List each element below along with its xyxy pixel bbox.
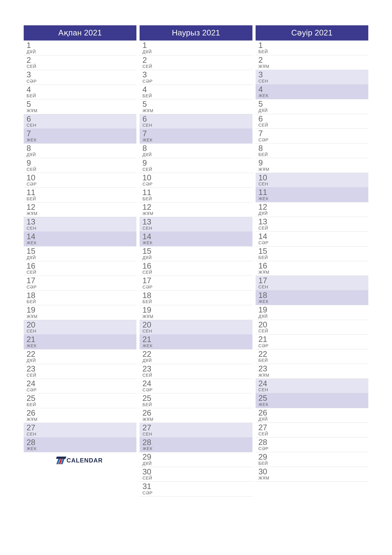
day-cell: 19ДҰЙ: [256, 305, 368, 320]
day-weekday: СӘР: [258, 343, 368, 348]
day-number: 20: [258, 321, 368, 329]
day-number: 20: [27, 321, 136, 329]
month-column: Ақпан 20211ДҰЙ2СЕЙ3СӘР4БЕЙ5ЖҰМ6СЕН7ЖЕК8Д…: [24, 25, 136, 497]
day-cell: 26ЖҰМ: [24, 408, 136, 423]
day-cell: 19ЖҰМ: [24, 305, 136, 320]
day-cell: 22БЕЙ: [256, 349, 368, 364]
day-number: 12: [27, 203, 136, 211]
day-number: 9: [143, 159, 252, 167]
day-weekday: ЖҰМ: [27, 314, 136, 319]
day-weekday: СӘР: [143, 285, 252, 290]
day-number: 13: [258, 218, 368, 226]
day-number: 28: [27, 438, 136, 447]
day-cell: 24СӘР: [24, 379, 136, 394]
day-weekday: СӘР: [143, 182, 252, 187]
day-weekday: СЕН: [143, 123, 252, 128]
day-cell: 10СӘР: [140, 173, 252, 188]
day-weekday: ДҰЙ: [143, 49, 252, 54]
day-weekday: БЕЙ: [27, 299, 136, 304]
day-cell: 22ДҰЙ: [24, 349, 136, 364]
day-weekday: ЖҰМ: [27, 417, 136, 422]
day-number: 1: [143, 41, 252, 50]
day-number: 14: [143, 232, 252, 241]
day-weekday: ЖЕК: [258, 93, 368, 98]
day-weekday: СӘР: [27, 79, 136, 84]
day-cell: 2СЕЙ: [24, 55, 136, 70]
day-weekday: СЕН: [258, 285, 368, 290]
day-cell: 9ЖҰМ: [256, 158, 368, 173]
day-weekday: ДҰЙ: [143, 152, 252, 157]
day-number: 10: [27, 174, 136, 182]
day-number: 21: [27, 335, 136, 344]
day-cell: 4БЕЙ: [140, 85, 252, 100]
day-number: 10: [258, 174, 368, 182]
day-weekday: СЕЙ: [143, 373, 252, 378]
day-number: 3: [27, 71, 136, 79]
day-cell: 13СЕН: [24, 217, 136, 232]
day-cell: 21СӘР: [256, 335, 368, 349]
day-weekday: СЕЙ: [143, 270, 252, 275]
day-cell: 14ЖЕК: [140, 232, 252, 247]
day-weekday: СЕН: [27, 431, 136, 437]
logo-text: CALENDAR: [67, 457, 103, 464]
day-weekday: СӘР: [143, 490, 252, 496]
day-cell: 18ЖЕК: [256, 291, 368, 305]
day-cell: 5ЖҰМ: [24, 99, 136, 114]
day-weekday: СЕЙ: [27, 373, 136, 378]
day-cell: 17СЕН: [256, 276, 368, 291]
day-number: 11: [258, 188, 368, 197]
day-cell: 27СЕЙ: [256, 423, 368, 438]
day-weekday: ЖЕК: [258, 402, 368, 407]
day-weekday: ДҰЙ: [27, 358, 136, 363]
day-weekday: СЕЙ: [143, 475, 252, 481]
day-number: 4: [27, 85, 136, 94]
day-cell: 11ЖЕК: [256, 188, 368, 202]
day-number: 25: [258, 394, 368, 402]
day-weekday: СӘР: [258, 240, 368, 245]
day-weekday: ЖҰМ: [258, 64, 368, 69]
day-cell: 18БЕЙ: [140, 291, 252, 305]
day-weekday: ЖЕК: [27, 240, 136, 245]
day-weekday: ДҰЙ: [258, 416, 368, 422]
day-number: 22: [27, 350, 136, 358]
day-cell: 1ДҰЙ: [140, 41, 252, 55]
day-number: 31: [143, 482, 252, 491]
day-weekday: БЕЙ: [143, 299, 252, 304]
day-cell: 31СӘР: [140, 482, 252, 497]
day-cell: 16ЖҰМ: [256, 261, 368, 276]
day-weekday: ЖҰМ: [27, 108, 136, 113]
day-cell: 14ЖЕК: [24, 232, 136, 247]
day-weekday: ЖЕК: [258, 196, 368, 201]
day-cell: 7СӘР: [256, 129, 368, 144]
day-weekday: ЖЕК: [27, 343, 136, 348]
day-cell: 6СЕН: [24, 114, 136, 129]
day-cell: 21ЖЕК: [140, 335, 252, 349]
day-weekday: СӘР: [258, 446, 368, 451]
day-weekday: СӘР: [27, 285, 136, 290]
day-number: 1: [27, 41, 136, 50]
day-cell: 5ЖҰМ: [140, 99, 252, 114]
day-weekday: СЕН: [258, 387, 368, 392]
day-cell: 25БЕЙ: [140, 394, 252, 408]
day-weekday: ЖҰМ: [258, 372, 368, 378]
day-weekday: ЖЕК: [143, 138, 252, 143]
day-cell: 22ДҰЙ: [140, 349, 252, 364]
day-number: 11: [143, 188, 252, 197]
month-header: Сәуір 2021: [256, 25, 368, 41]
day-weekday: ЖҰМ: [258, 475, 368, 481]
day-number: 17: [27, 276, 136, 285]
day-weekday: СЕН: [143, 329, 252, 334]
day-number: 2: [258, 56, 368, 64]
day-weekday: ЖЕК: [27, 138, 136, 143]
day-cell: 16СЕЙ: [24, 261, 136, 276]
day-weekday: ЖЕК: [143, 240, 252, 245]
day-cell: 12ЖҰМ: [140, 202, 252, 217]
day-number: 27: [27, 424, 136, 432]
day-number: 18: [143, 291, 252, 300]
day-number: 19: [27, 306, 136, 314]
day-weekday: БЕЙ: [258, 49, 368, 54]
day-number: 5: [143, 100, 252, 108]
day-number: 2: [143, 56, 252, 64]
day-weekday: ДҰЙ: [143, 255, 252, 260]
day-cell: 8ДҰЙ: [140, 144, 252, 158]
